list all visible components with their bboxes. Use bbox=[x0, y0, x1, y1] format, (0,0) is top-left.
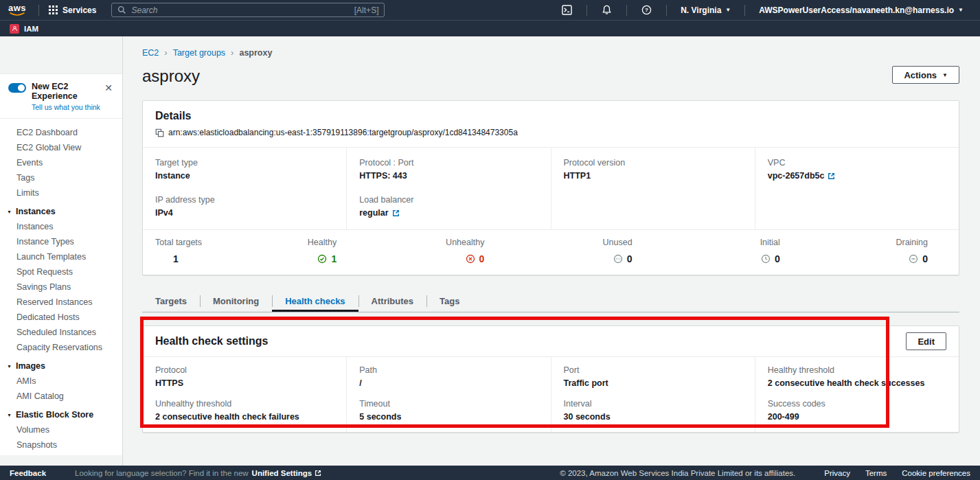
new-experience-toggle[interactable] bbox=[8, 83, 26, 93]
sidebar-item-instance-types[interactable]: Instance Types bbox=[0, 234, 122, 249]
sidebar-item-launch-templates[interactable]: Launch Templates bbox=[0, 249, 122, 264]
new-experience-banner: New EC2 Experience Tell us what you thin… bbox=[0, 74, 122, 119]
external-link-icon bbox=[315, 470, 321, 477]
aws-smile-icon bbox=[9, 12, 25, 16]
search-icon bbox=[117, 5, 126, 14]
details-title: Details bbox=[155, 111, 946, 122]
chevron-down-icon: ▼ bbox=[942, 72, 948, 78]
sidebar-item-instances[interactable]: Instances bbox=[0, 219, 122, 234]
privacy-link[interactable]: Privacy bbox=[824, 469, 850, 477]
region-selector[interactable]: N. Virginia ▼ bbox=[672, 5, 739, 15]
aws-logo[interactable]: aws bbox=[8, 4, 26, 16]
top-navigation-bar: aws Services [Alt+S] ? N. Virginia ▼ bbox=[0, 0, 980, 20]
summary-healthy: Healthy 1 bbox=[220, 238, 367, 264]
cookie-preferences-link[interactable]: Cookie preferences bbox=[902, 469, 970, 477]
sidebar-nav: EC2 Dashboard EC2 Global View Events Tag… bbox=[0, 119, 122, 455]
targets-summary: Total targets 1 Healthy 1 Unhealthy bbox=[143, 229, 959, 275]
sidebar-section-elastic-block-store[interactable]: ▼ Elastic Block Store bbox=[0, 404, 122, 422]
sidebar-item-scheduled-instances[interactable]: Scheduled Instances bbox=[0, 325, 122, 340]
health-check-grid: Protocol HTTPS Unhealthy threshold 2 con… bbox=[143, 356, 959, 432]
breadcrumb-current: asproxy bbox=[239, 48, 272, 58]
search-shortcut-hint: [Alt+S] bbox=[354, 5, 379, 15]
field-success-codes: Success codes 200-499 bbox=[768, 400, 950, 422]
load-balancer-link[interactable]: regular bbox=[359, 209, 399, 218]
actions-button[interactable]: Actions ▼ bbox=[892, 66, 959, 84]
cloudshell-terminal-icon bbox=[562, 5, 572, 15]
help-button[interactable]: ? bbox=[633, 5, 661, 15]
summary-draining: Draining 0 bbox=[811, 238, 959, 264]
draining-minus-circle-icon bbox=[909, 254, 918, 264]
vpc-link[interactable]: vpc-2657db5c bbox=[768, 172, 836, 181]
field-target-type: Target type Instance bbox=[155, 159, 338, 181]
help-question-icon: ? bbox=[641, 5, 652, 15]
unified-settings-link[interactable]: Unified Settings bbox=[252, 469, 322, 477]
field-healthy-threshold: Healthy threshold 2 consecutive health c… bbox=[768, 366, 950, 388]
tab-tags[interactable]: Tags bbox=[426, 290, 472, 312]
close-icon[interactable]: ✕ bbox=[102, 82, 115, 94]
iam-label: IAM bbox=[24, 25, 38, 33]
field-ip-address-type: IP address type IPv4 bbox=[155, 196, 338, 218]
edit-button[interactable]: Edit bbox=[906, 332, 946, 350]
region-label: N. Virginia bbox=[681, 5, 721, 15]
caret-down-icon: ▼ bbox=[7, 413, 12, 418]
notifications-button[interactable] bbox=[593, 5, 621, 15]
unhealthy-x-circle-icon bbox=[466, 254, 475, 264]
sidebar-item-ec2-dashboard[interactable]: EC2 Dashboard bbox=[0, 125, 122, 140]
tab-attributes[interactable]: Attributes bbox=[358, 290, 426, 312]
account-menu[interactable]: AWSPowerUserAccess/navaneeth.kn@harness.… bbox=[751, 5, 972, 15]
feedback-link[interactable]: Feedback bbox=[10, 469, 46, 477]
cloudshell-button[interactable] bbox=[553, 5, 581, 15]
details-grid: Target type Instance IP address type IPv… bbox=[143, 147, 959, 229]
terms-link[interactable]: Terms bbox=[865, 469, 887, 477]
copy-icon[interactable] bbox=[155, 128, 164, 137]
breadcrumb-target-groups-link[interactable]: Target groups bbox=[173, 48, 225, 58]
target-group-arn: arn:aws:elasticloadbalancing:us-east-1:3… bbox=[168, 128, 518, 137]
field-protocol-port: Protocol : Port HTTPS: 443 bbox=[359, 159, 542, 181]
sidebar-item-ami-catalog[interactable]: AMI Catalog bbox=[0, 389, 122, 404]
sidebar-item-snapshots[interactable]: Snapshots bbox=[0, 437, 122, 453]
sidebar-item-dedicated-hosts[interactable]: Dedicated Hosts bbox=[0, 310, 122, 325]
external-link-icon bbox=[828, 172, 835, 180]
sidebar-item-volumes[interactable]: Volumes bbox=[0, 422, 122, 437]
account-label: AWSPowerUserAccess/navaneeth.kn@harness.… bbox=[759, 5, 954, 15]
breadcrumb-ec2-link[interactable]: EC2 bbox=[142, 48, 159, 58]
field-load-balancer: Load balancer regular bbox=[359, 196, 542, 218]
sidebar-item-reserved-instances[interactable]: Reserved Instances bbox=[0, 295, 122, 310]
search-input[interactable] bbox=[131, 5, 349, 15]
global-search[interactable]: [Alt+S] bbox=[111, 3, 385, 17]
tab-monitoring[interactable]: Monitoring bbox=[200, 290, 272, 312]
page-title: asproxy bbox=[142, 66, 200, 87]
sidebar-item-capacity-reservations[interactable]: Capacity Reservations bbox=[0, 340, 122, 355]
summary-unused: Unused 0 bbox=[515, 238, 663, 264]
field-timeout: Timeout 5 seconds bbox=[359, 400, 542, 422]
sidebar-item-spot-requests[interactable]: Spot Requests bbox=[0, 264, 122, 279]
field-interval: Interval 30 seconds bbox=[564, 400, 747, 422]
sidebar-item-events[interactable]: Events bbox=[0, 155, 122, 170]
sidebar-section-images[interactable]: ▼ Images bbox=[0, 355, 122, 374]
sidebar: New EC2 Experience Tell us what you thin… bbox=[0, 36, 123, 466]
services-menu-button[interactable]: Services bbox=[45, 5, 100, 15]
field-unhealthy-threshold: Unhealthy threshold 2 consecutive health… bbox=[155, 400, 338, 422]
sidebar-item-ec2-global-view[interactable]: EC2 Global View bbox=[0, 140, 122, 155]
breadcrumb-separator-icon: › bbox=[164, 49, 167, 56]
initial-clock-icon bbox=[761, 254, 771, 264]
favorites-bar: IAM bbox=[0, 20, 980, 36]
sidebar-item-tags[interactable]: Tags bbox=[0, 170, 122, 185]
health-check-settings-title: Health check settings bbox=[155, 336, 269, 347]
tab-targets[interactable]: Targets bbox=[142, 290, 200, 312]
health-check-settings-card: Health check settings Edit Protocol HTTP… bbox=[142, 325, 959, 433]
breadcrumb: EC2 › Target groups › asproxy bbox=[142, 48, 959, 58]
copyright-text: © 2023, Amazon Web Services India Privat… bbox=[560, 469, 795, 477]
sidebar-item-limits[interactable]: Limits bbox=[0, 185, 122, 201]
tab-strip: Targets Monitoring Health checks Attribu… bbox=[142, 290, 959, 312]
services-grid-icon bbox=[49, 5, 58, 14]
sidebar-item-amis[interactable]: AMIs bbox=[0, 374, 122, 389]
nav-divider bbox=[586, 5, 587, 16]
chevron-down-icon: ▼ bbox=[958, 7, 964, 13]
new-experience-feedback-link[interactable]: Tell us what you think bbox=[32, 103, 102, 111]
sidebar-section-instances[interactable]: ▼ Instances bbox=[0, 201, 122, 219]
svg-text:?: ? bbox=[645, 7, 648, 13]
sidebar-item-savings-plans[interactable]: Savings Plans bbox=[0, 279, 122, 295]
iam-shortcut[interactable]: IAM bbox=[10, 24, 38, 34]
tab-health-checks[interactable]: Health checks bbox=[272, 290, 358, 312]
